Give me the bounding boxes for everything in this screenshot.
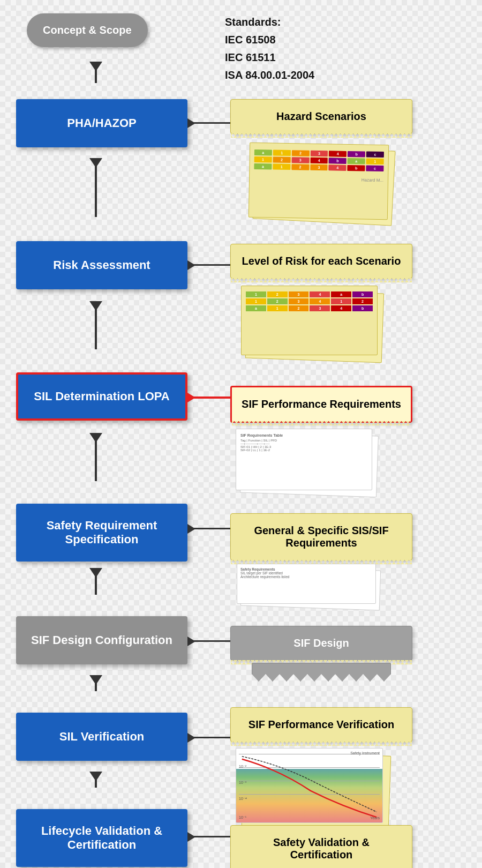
sil-verification-box: SIL Verification: [16, 713, 187, 761]
safety-val-label: Safety Validation & Certification: [273, 836, 370, 860]
sif-perf-ver-label: SIF Performance Verification: [248, 719, 394, 730]
sis-req-box: General & Specific SIS/SIF Requirements …: [230, 504, 412, 612]
arrow-lifecycle-to-val: [187, 836, 230, 837]
sif-design-output-box: SIF Design: [230, 616, 412, 682]
arrow-design-to-verif: [95, 675, 97, 691]
srs-label: Safety Requirement Specification: [27, 519, 177, 547]
arrow-silver-to-sifver: [187, 737, 230, 738]
arrow-risk-to-level: [187, 264, 230, 266]
standard-3: ISA 84.00.01-2004: [225, 69, 314, 81]
standards-label: Standards:: [225, 16, 281, 28]
arrow-design-to-output: [187, 640, 230, 642]
standard-1: IEC 61508: [225, 34, 276, 46]
sif-design-output-label: SIF Design: [293, 637, 349, 649]
arrow-sil-to-sif-red: [187, 396, 230, 399]
hazard-scenarios-label: Hazard Scenarios: [276, 110, 366, 122]
hazard-scenarios-box: Hazard Scenarios a 1 2 3 4 b c 1 2 3: [230, 99, 412, 225]
arrow-pha-to-risk: [95, 158, 97, 217]
arrow-srs-to-sis: [187, 528, 230, 529]
sil-determination-box: SIL Determination LOPA: [16, 372, 187, 421]
lifecycle-label: Lifecycle Validation & Certification: [27, 824, 177, 852]
arrow-risk-to-sil: [95, 301, 97, 349]
diagram-container: Standards: IEC 61508 IEC 61511 ISA 84.00…: [0, 0, 482, 868]
arrow-concept-to-pha: [95, 62, 97, 83]
pha-hazop-box: PHA/HAZOP: [16, 99, 187, 147]
arrow-sil-to-srs: [95, 433, 97, 481]
arrow-srs-to-design: [95, 568, 97, 595]
level-of-risk-label: Level of Risk for each Scenario: [242, 255, 401, 267]
concept-scope-label: Concept & Scope: [27, 13, 148, 47]
level-of-risk-box: Level of Risk for each Scenario 1 2 3 4 …: [230, 230, 412, 363]
standards-block: Standards: IEC 61508 IEC 61511 ISA 84.00…: [225, 13, 314, 84]
sif-design-config-box: SIF Design Configuration: [16, 616, 187, 664]
concept-scope-box: Concept & Scope: [27, 13, 148, 47]
safety-val-box: Safety Validation & Certification: [230, 812, 412, 868]
sif-perf-req-box: SIF Performance Requirements SIF Perform…: [230, 372, 412, 497]
arrow-silver-to-lifecycle: [95, 772, 97, 788]
risk-assessment-box: Risk Assessment: [16, 241, 187, 289]
sif-perf-req-label: SIF Performance Requirements: [242, 398, 401, 410]
sif-perf-ver-box: SIF Performance Verification Safety Inst…: [230, 691, 412, 831]
sil-verification-label: SIL Verification: [59, 730, 145, 744]
risk-assessment-label: Risk Assessment: [53, 258, 150, 272]
arrow-pha-to-hazard: [187, 122, 230, 124]
pha-hazop-label: PHA/HAZOP: [67, 116, 137, 130]
sil-determination-label: SIL Determination LOPA: [34, 390, 169, 403]
sif-design-config-label: SIF Design Configuration: [31, 633, 172, 647]
srs-box: Safety Requirement Specification: [16, 504, 187, 562]
sis-req-label: General & Specific SIS/SIF Requirements: [254, 525, 388, 549]
lifecycle-box: Lifecycle Validation & Certification: [16, 809, 187, 867]
standard-2: IEC 61511: [225, 51, 276, 63]
